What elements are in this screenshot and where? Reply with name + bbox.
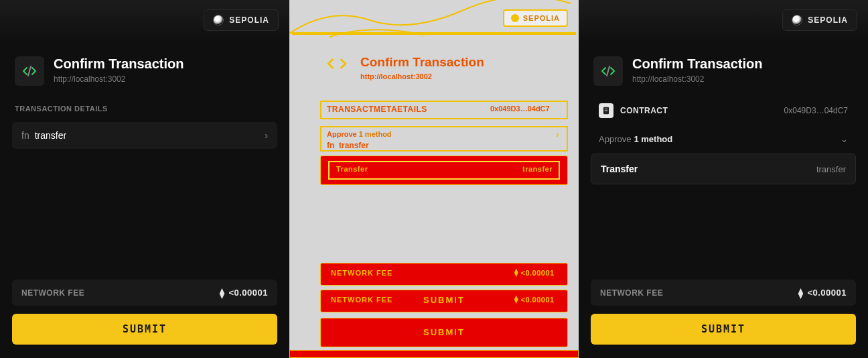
- fee-row: NETWORK FEE ⧫ <0.00001: [591, 280, 856, 306]
- ethereum-icon: ⧫: [798, 288, 804, 298]
- chevron-right-icon: ›: [265, 130, 268, 141]
- header: Confirm Transaction http://localhost:300…: [579, 38, 868, 93]
- svg-rect-1: [605, 109, 608, 109]
- diff-submit-overlay: SUBMIT: [423, 295, 465, 305]
- code-icon: [15, 56, 44, 86]
- diff-origin: http://localhost:3002: [360, 72, 432, 80]
- svg-rect-2: [605, 110, 608, 111]
- fee-amount: <0.00001: [807, 288, 847, 298]
- fee-label: NETWORK FEE: [21, 288, 84, 298]
- function-row[interactable]: fn transfer ›: [12, 122, 277, 149]
- ethereum-icon: ⧫: [514, 295, 518, 304]
- panel-diff: SEPOLIA Confirm Transaction http://local…: [289, 0, 579, 358]
- header: Confirm Transaction http://localhost:300…: [0, 38, 289, 93]
- topbar: SEPOLIA: [0, 0, 289, 38]
- diff-bottom-bar: [289, 350, 579, 358]
- footer: NETWORK FEE ⧫ <0.00001 SUBMIT: [0, 280, 289, 358]
- network-icon: [792, 15, 802, 25]
- panel-right: SEPOLIA Confirm Transaction http://local…: [579, 0, 868, 358]
- approve-count: 1 method: [634, 134, 672, 144]
- diff-fee-amount-1: <0.00001: [521, 269, 555, 277]
- diff-title: Confirm Transaction: [360, 55, 484, 70]
- contract-icon: [599, 103, 613, 118]
- fn-prefix: fn: [21, 130, 29, 141]
- footer: NETWORK FEE ⧫ <0.00001 SUBMIT: [579, 280, 868, 358]
- contract-row: CONTRACT 0x049D3…04dC7: [591, 97, 856, 125]
- approve-prefix: Approve: [599, 134, 631, 144]
- diff-contract-addr: 0x049D3…04dC7: [490, 105, 550, 113]
- fee-amount: <0.00001: [228, 288, 268, 298]
- fn-name: transfer: [35, 130, 66, 141]
- fee-label: NETWORK FEE: [600, 288, 663, 298]
- diff-section-overlay: TRANSACTMETAETAILS: [327, 105, 427, 114]
- diff-method-title: Transfer: [336, 165, 368, 173]
- diff-submit-label: SUBMIT: [423, 327, 465, 337]
- fee-row: NETWORK FEE ⧫ <0.00001: [12, 280, 277, 306]
- network-icon: [511, 14, 519, 22]
- panel-left: SEPOLIA Confirm Transaction http://local…: [0, 0, 289, 358]
- network-name: SEPOLIA: [523, 14, 560, 22]
- diff-fee-amount-2: <0.00001: [521, 296, 555, 304]
- method-signature: transfer: [816, 164, 846, 174]
- contract-address: 0x049D3…04dC7: [784, 106, 848, 115]
- diff-fee-label-1: NETWORK FEE: [331, 269, 392, 277]
- origin-url: http://localhost:3002: [54, 74, 184, 84]
- method-title: Transfer: [601, 164, 638, 174]
- network-badge[interactable]: SEPOLIA: [782, 9, 857, 31]
- contract-label: CONTRACT: [620, 106, 668, 115]
- section-label: TRANSACTION DETAILS: [0, 93, 289, 118]
- network-icon: [213, 15, 224, 25]
- page-title: Confirm Transaction: [54, 56, 184, 72]
- network-badge-diff[interactable]: SEPOLIA: [503, 9, 568, 27]
- origin-url: http://localhost:3002: [632, 74, 762, 84]
- diff-fee-label-2: NETWORK FEE: [331, 296, 392, 304]
- ethereum-icon: ⧫: [220, 288, 225, 298]
- network-name: SEPOLIA: [229, 15, 269, 25]
- code-icon: [326, 52, 348, 75]
- chevron-right-icon: ›: [556, 129, 559, 139]
- diff-approve-outline: [320, 126, 568, 152]
- submit-button[interactable]: SUBMIT: [591, 314, 856, 345]
- chevron-down-icon: ⌄: [841, 134, 848, 144]
- ethereum-icon: ⧫: [514, 268, 518, 277]
- diff-method-name: transfer: [522, 165, 553, 173]
- page-title: Confirm Transaction: [632, 56, 762, 72]
- method-card[interactable]: Transfer transfer: [591, 154, 856, 184]
- network-badge[interactable]: SEPOLIA: [204, 9, 279, 31]
- diff-divider: [292, 32, 576, 35]
- topbar: SEPOLIA: [579, 0, 868, 38]
- network-name: SEPOLIA: [808, 15, 848, 25]
- approve-row[interactable]: Approve 1 method ⌄: [591, 131, 856, 151]
- submit-button[interactable]: SUBMIT: [12, 314, 277, 345]
- code-icon: [593, 56, 623, 86]
